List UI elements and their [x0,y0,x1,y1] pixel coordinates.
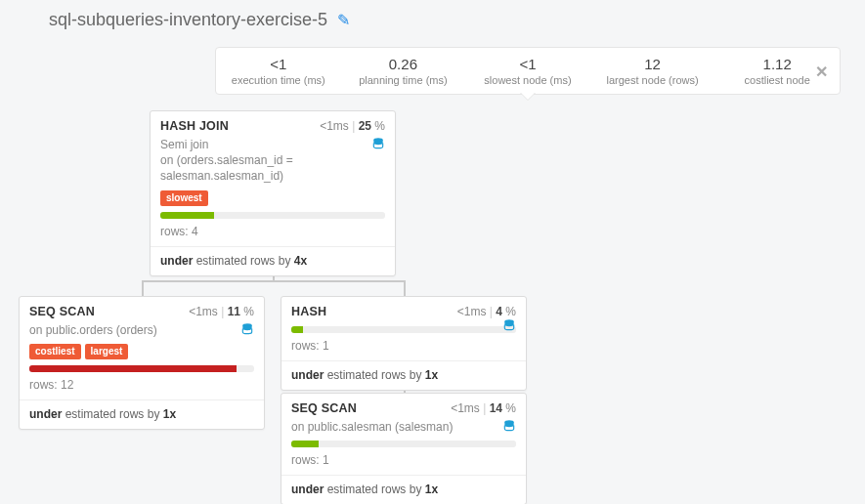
node-header: SEQ SCAN <1ms | 11 % [20,297,264,322]
node-name: HASH [291,305,326,318]
row-bar [281,441,526,453]
page-title-bar: sql-subqueries-inventory-exercise-5 ✎ [49,10,350,30]
rows-text: rows: 12 [20,378,264,399]
node-stats: <1ms | 4 % [457,305,516,318]
database-icon[interactable] [371,137,385,154]
panel-pointer-icon [520,93,536,101]
rows-text: rows: 1 [281,453,526,475]
node-tags: slowest [151,190,395,212]
metric-planning-time: 0.26 planning time (ms) [341,56,466,86]
metrics-panel: <1 execution time (ms) 0.26 planning tim… [215,47,841,95]
node-header: HASH <1ms | 4 % [281,297,526,322]
metric-label: execution time (ms) [216,74,341,86]
estimate-text: under estimated rows by 1x [20,400,264,429]
estimate-text: under estimated rows by 1x [281,361,526,390]
metric-largest-node: 12 largest node (rows) [590,56,715,86]
database-icon[interactable] [502,419,516,437]
node-name: SEQ SCAN [29,305,95,318]
close-icon[interactable]: ✕ [815,62,828,80]
estimate-text: under estimated rows by 1x [281,476,526,504]
page-title: sql-subqueries-inventory-exercise-5 [49,10,327,30]
edit-icon[interactable]: ✎ [337,11,350,29]
row-bar [151,212,395,225]
tag-costliest: costliest [29,344,81,359]
database-icon[interactable] [240,322,254,340]
metric-value: 0.26 [341,56,466,72]
node-header: HASH JOIN <1ms | 25 % [151,111,395,137]
row-bar [20,365,264,378]
metric-execution-time: <1 execution time (ms) [216,56,341,86]
node-name: SEQ SCAN [291,401,357,415]
node-subtext: on public.orders (orders) [20,322,264,344]
rows-text: rows: 4 [151,225,395,246]
node-subtext [281,322,526,336]
tag-slowest: slowest [160,190,208,206]
node-name: HASH JOIN [160,119,229,133]
metric-label: largest node (rows) [590,74,715,86]
rows-text: rows: 1 [281,339,526,360]
metric-value: 12 [590,56,715,72]
metric-value: <1 [216,56,341,72]
node-header: SEQ SCAN <1ms | 14 % [281,394,526,419]
plan-node-seq-scan-salesman[interactable]: SEQ SCAN <1ms | 14 % on public.salesman … [281,393,527,504]
metric-label: slowest node (ms) [465,74,590,86]
node-stats: <1ms | 11 % [189,305,254,318]
estimate-text: under estimated rows by 4x [151,247,395,275]
plan-node-seq-scan-orders[interactable]: SEQ SCAN <1ms | 11 % on public.orders (o… [19,296,265,430]
node-stats: <1ms | 14 % [451,401,516,415]
node-stats: <1ms | 25 % [320,119,385,133]
node-tags: costliest largest [20,344,264,365]
node-subtext: on public.salesman (salesman) [281,419,526,441]
database-icon[interactable] [502,318,516,336]
plan-node-hash[interactable]: HASH <1ms | 4 % rows: 1 under estimated … [281,296,527,391]
metric-value: <1 [465,56,590,72]
connector [142,280,406,282]
metric-label: planning time (ms) [341,74,466,86]
tag-largest: largest [85,344,129,359]
node-subtext: Semi join on (orders.salesman_id = sales… [151,137,395,190]
plan-node-hash-join[interactable]: HASH JOIN <1ms | 25 % Semi join on (orde… [150,110,396,276]
metric-slowest-node: <1 slowest node (ms) [465,56,590,86]
